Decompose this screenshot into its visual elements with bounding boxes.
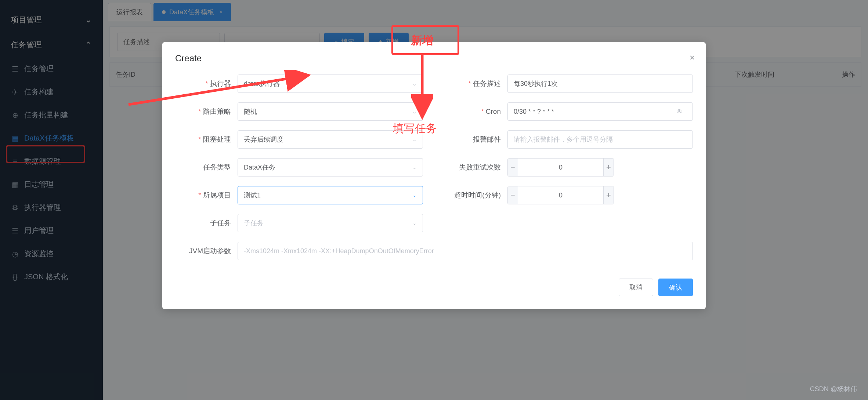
jvm-input[interactable] (238, 242, 693, 260)
label-executor: 执行器 (175, 79, 238, 88)
number-value[interactable] (518, 186, 603, 204)
task-desc-input[interactable] (507, 74, 693, 93)
cancel-button[interactable]: 取消 (619, 279, 653, 296)
watermark: CSDN @杨林伟 (810, 385, 857, 393)
timeout-stepper[interactable]: − + (507, 186, 614, 204)
form-row-block: 阻塞处理 丢弃后续调度 ⌄ (175, 130, 423, 149)
form-row-route: 路由策略 随机 ⌄ (175, 102, 423, 121)
modal-overlay: Create × 执行器 datax执行器 ⌄ 任务描述 (0, 0, 868, 400)
form-row-cron: Cron 👁 (445, 102, 693, 121)
eye-icon[interactable]: 👁 (672, 103, 687, 120)
label-jvm: JVM启动参数 (175, 246, 238, 256)
number-value[interactable] (518, 159, 603, 176)
form-row-subtask: 子任务 子任务 ⌄ (175, 214, 423, 232)
block-select[interactable]: 丢弃后续调度 ⌄ (238, 130, 423, 149)
form-row-retry: 失败重试次数 − + (445, 158, 693, 177)
chevron-down-icon: ⌄ (412, 81, 417, 87)
retry-stepper[interactable]: − + (507, 158, 614, 177)
label-route: 路由策略 (175, 107, 238, 116)
form-row-project: 所属项目 测试1 ⌄ (175, 186, 423, 204)
subtask-select[interactable]: 子任务 ⌄ (238, 214, 423, 232)
create-modal: Create × 执行器 datax执行器 ⌄ 任务描述 (162, 42, 706, 309)
input-value[interactable] (514, 103, 672, 120)
label-task-desc: 任务描述 (445, 79, 507, 88)
task-type-select[interactable]: DataX任务 ⌄ (238, 158, 423, 177)
input-value[interactable] (514, 75, 687, 92)
alert-input[interactable] (507, 130, 693, 149)
confirm-button[interactable]: 确认 (658, 279, 693, 296)
plus-button[interactable]: + (603, 186, 614, 204)
label-project: 所属项目 (175, 190, 238, 200)
label-timeout: 超时时间(分钟) (445, 190, 507, 200)
form-row-jvm: JVM启动参数 (175, 242, 693, 260)
input-value[interactable] (244, 242, 687, 260)
label-alert: 报警邮件 (445, 135, 507, 144)
form-row-task-type: 任务类型 DataX任务 ⌄ (175, 158, 423, 177)
label-task-type: 任务类型 (175, 163, 238, 172)
label-subtask: 子任务 (175, 218, 238, 228)
cron-input[interactable]: 👁 (507, 102, 693, 121)
label-cron: Cron (445, 108, 507, 116)
select-value: 测试1 (244, 191, 261, 200)
form-row-task-desc: 任务描述 (445, 74, 693, 93)
route-select[interactable]: 随机 ⌄ (238, 102, 423, 121)
select-value: datax执行器 (244, 79, 280, 88)
minus-button[interactable]: − (508, 159, 518, 176)
modal-footer: 取消 确认 (162, 271, 706, 309)
chevron-down-icon: ⌄ (412, 192, 417, 198)
label-block: 阻塞处理 (175, 135, 238, 144)
project-select[interactable]: 测试1 ⌄ (238, 186, 423, 204)
chevron-down-icon: ⌄ (412, 109, 417, 114)
chevron-down-icon: ⌄ (412, 164, 417, 170)
form-row-alert: 报警邮件 (445, 130, 693, 149)
executor-select[interactable]: datax执行器 ⌄ (238, 74, 423, 93)
select-value: DataX任务 (244, 163, 275, 172)
chevron-down-icon: ⌄ (412, 220, 417, 226)
plus-button[interactable]: + (603, 159, 614, 176)
modal-header: Create × (162, 42, 706, 67)
chevron-down-icon: ⌄ (412, 137, 417, 142)
form-row-executor: 执行器 datax执行器 ⌄ (175, 74, 423, 93)
select-value: 丢弃后续调度 (244, 135, 283, 144)
input-value[interactable] (514, 131, 687, 148)
close-icon[interactable]: × (690, 52, 695, 63)
label-retry: 失败重试次数 (445, 163, 507, 172)
modal-body: 执行器 datax执行器 ⌄ 任务描述 (162, 67, 706, 271)
select-placeholder: 子任务 (244, 219, 264, 228)
form-row-timeout: 超时时间(分钟) − + (445, 186, 693, 204)
modal-title: Create (175, 53, 693, 63)
select-value: 随机 (244, 107, 257, 116)
minus-button[interactable]: − (508, 186, 518, 204)
